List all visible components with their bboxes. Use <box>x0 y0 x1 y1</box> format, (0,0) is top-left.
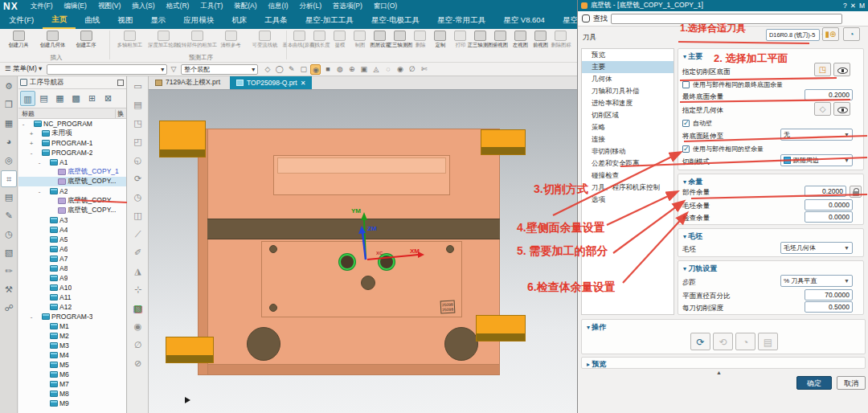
collapse-icon[interactable]: ⊠ <box>100 91 116 106</box>
tree-row[interactable]: A12 <box>18 302 126 312</box>
tree-row[interactable]: + PROGRAM-1 <box>18 138 126 148</box>
show-icon[interactable]: ◉ <box>395 64 405 75</box>
tree-row[interactable]: M4 <box>18 350 126 360</box>
wcs-triad[interactable] <box>334 205 430 277</box>
tree-row[interactable]: - A2 <box>18 186 126 196</box>
part-tab[interactable]: 7129A老上模X.prt <box>149 76 230 89</box>
tree-row[interactable]: A3 <box>18 215 126 225</box>
shaded-mode-icon[interactable]: ■ <box>322 64 333 75</box>
menu-item[interactable]: 窗口(O) <box>368 2 403 11</box>
ribbon-tab[interactable]: 星空 V8.604 <box>494 12 554 29</box>
same-wall-stock-row[interactable]: 使用与部件相同的壁余量 <box>682 145 764 153</box>
tree-row[interactable]: 底壁铣_COPY... <box>18 196 126 206</box>
ribbon-button[interactable]: 定制 <box>430 29 450 63</box>
ok-button[interactable]: 确定 <box>796 376 832 390</box>
ribbon-button[interactable]: 正三轴测图 <box>470 29 490 63</box>
blank-stock-input[interactable]: 0.0000 <box>805 199 853 211</box>
program-order-view-icon[interactable]: ▥ <box>20 91 35 106</box>
column-toolchange[interactable]: 换 <box>115 109 126 118</box>
ribbon-tab[interactable]: 机床 <box>223 12 256 29</box>
dialog-nav-item[interactable]: 预览 <box>582 49 674 61</box>
brush-icon[interactable]: ✐ <box>131 244 145 261</box>
show-hide-icon[interactable]: ⊘ <box>131 355 145 372</box>
palette-icon[interactable]: ▧ <box>1 244 17 261</box>
expand-toggle[interactable]: + <box>28 140 35 147</box>
measure-icon[interactable]: ⟋ <box>131 226 145 243</box>
tree-row[interactable]: A9 <box>18 273 126 283</box>
method-view-icon[interactable]: ▩ <box>68 91 84 106</box>
select-lasso-icon[interactable]: ✎ <box>286 64 297 75</box>
display-floor-icon[interactable] <box>833 63 850 76</box>
ribbon-button[interactable]: 可变流线铣 <box>248 29 281 63</box>
ribbon-tab[interactable]: 星空-电极工具 <box>362 12 428 29</box>
menu-item[interactable]: 首选项(P) <box>327 2 368 11</box>
generate-toolpath-icon[interactable]: ⟳ <box>131 170 145 187</box>
ribbon-tab[interactable]: 视图 <box>108 12 141 29</box>
ribbon-tab[interactable]: 应用模块 <box>174 12 223 29</box>
select-floor-icon[interactable]: ◳ <box>814 63 831 76</box>
menu-button[interactable]: ☰ 菜单(M) ▾ <box>0 64 47 74</box>
open-folder-icon[interactable]: ▭ <box>131 78 145 95</box>
expand-toggle[interactable]: + <box>28 130 35 137</box>
dialog-nav-item[interactable]: 连接 <box>582 133 674 145</box>
dialog-nav-item[interactable]: 主要 <box>582 61 674 73</box>
dialog-nav-item[interactable]: 几何体 <box>582 73 674 85</box>
settings-icon[interactable]: ⚙ <box>1 78 17 95</box>
graphics-viewport[interactable]: 7129A老上模X.prt TOP25098-Q.prt ✕ <box>149 76 577 413</box>
ribbon-button[interactable]: 删除图标 <box>551 29 571 63</box>
stepover-select[interactable]: % 刀具平直▼ <box>780 275 853 287</box>
hide-icon[interactable]: ∅ <box>131 337 145 354</box>
toolbox-icon[interactable]: ⚒ <box>1 281 17 298</box>
depth-per-cut-input[interactable]: 0.5000 <box>805 301 853 313</box>
display-wall-icon[interactable] <box>833 102 850 116</box>
collapse-handle[interactable]: ▲ <box>716 370 722 375</box>
history-icon[interactable]: ◷ <box>1 226 17 243</box>
expand-toggle[interactable]: - <box>36 188 43 195</box>
postprocess-icon[interactable]: ◫ <box>131 207 145 224</box>
dialog-nav-item[interactable]: 进给率和速度 <box>582 97 674 109</box>
wcs-icon[interactable]: ⊕ <box>346 64 357 75</box>
dialog-nav-item[interactable]: 策略 <box>582 121 674 133</box>
extend-floor-select[interactable]: 无▼ <box>780 129 853 141</box>
section-header-actions[interactable]: 操作 <box>582 320 865 333</box>
ribbon-tab[interactable]: 主页 <box>43 12 76 29</box>
edit-section-icon[interactable]: ✄ <box>419 64 429 75</box>
expand-toggle[interactable]: - <box>36 159 43 166</box>
verify-toolpath-icon[interactable]: ◔ <box>735 333 755 350</box>
dialog-nav-item[interactable]: 碰撞检查 <box>582 170 674 182</box>
tree-row[interactable]: - PROGRAM-2 <box>18 148 126 157</box>
new-tool-icon[interactable]: ▮⊕ <box>822 27 839 41</box>
tree-row[interactable]: A10 <box>18 283 126 292</box>
help-icon[interactable]: ? <box>843 2 847 10</box>
checkbox[interactable] <box>682 145 690 153</box>
list-toolpath-icon[interactable]: ▤ <box>758 333 778 350</box>
dialog-nav-item[interactable]: 公差和安全距离 <box>582 157 674 170</box>
ribbon-button[interactable]: 俯视图 <box>490 29 510 63</box>
geometry-view-icon[interactable]: ▦ <box>52 91 68 106</box>
shaded-part-icon[interactable]: ◕ <box>1 133 17 150</box>
machine-view-icon[interactable]: ▤ <box>1 189 17 206</box>
tree-row[interactable]: M2 <box>18 331 126 341</box>
render-style-icon[interactable]: ◍ <box>334 64 345 75</box>
ribbon-tab[interactable]: 曲线 <box>76 12 108 29</box>
tree-row[interactable]: M5 <box>18 360 126 370</box>
ribbon-button[interactable]: 基本曲线(原有) <box>289 29 309 63</box>
checkbox[interactable] <box>682 81 690 88</box>
tree-row[interactable]: M1 <box>18 321 126 331</box>
save-icon[interactable]: ▤ <box>131 96 145 113</box>
filter-icon[interactable]: ▽ <box>168 64 178 75</box>
ribbon-tab[interactable]: 显示 <box>141 12 174 29</box>
lock-icon[interactable] <box>850 186 862 198</box>
final-floor-input[interactable]: 0.2000 <box>805 89 853 100</box>
ribbon-button[interactable]: 左视图 <box>510 29 530 63</box>
blank-select[interactable]: 毛坯几何体▼ <box>780 242 853 254</box>
ribbon-button[interactable]: 创建刀具 <box>2 29 35 63</box>
section-preview[interactable]: 预览 <box>581 357 866 369</box>
tree-row[interactable]: 底壁铣_COPY... <box>18 177 126 186</box>
alerts-icon[interactable]: ◎ <box>1 152 17 169</box>
point-icon[interactable]: ⊹ <box>131 281 145 298</box>
window-icon[interactable]: ▣ <box>358 64 369 75</box>
robot-icon[interactable]: ☍ <box>1 300 17 317</box>
ribbon-tab[interactable]: 星空-常用工具 <box>428 12 494 29</box>
datum-icon[interactable]: ◮ <box>131 263 145 280</box>
